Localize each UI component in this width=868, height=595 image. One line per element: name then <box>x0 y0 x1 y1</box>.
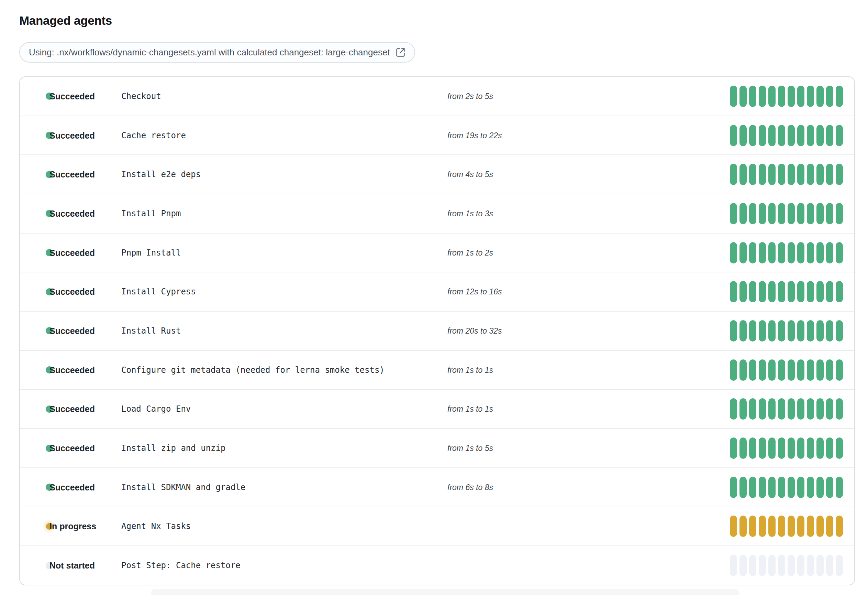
progress-segment <box>740 360 747 381</box>
progress-segment <box>730 203 737 224</box>
progress-segment <box>749 86 756 107</box>
progress-segment <box>768 203 776 224</box>
progress-bar <box>730 203 843 224</box>
progress-segment <box>778 320 785 342</box>
progress-segment <box>807 281 814 302</box>
progress-segment <box>816 398 824 420</box>
progress-bar <box>730 398 843 420</box>
agent-step-row[interactable]: Succeeded Cache restore from 19s to 22s <box>20 115 854 155</box>
duration-range: from 6s to 8s <box>447 483 493 492</box>
progress-segment <box>730 398 737 420</box>
progress-segment <box>730 125 737 146</box>
progress-segment <box>730 515 737 537</box>
agent-step-row[interactable]: Not started Post Step: Cache restore <box>20 545 854 585</box>
progress-segment <box>797 398 805 420</box>
progress-segment <box>816 281 824 302</box>
progress-segment <box>836 438 843 459</box>
duration-range: from 12s to 16s <box>447 287 502 296</box>
progress-segment <box>730 320 737 342</box>
agent-step-row[interactable]: Succeeded Install zip and unzip from 1s … <box>20 428 854 468</box>
next-section-peek <box>151 589 739 595</box>
agent-step-row[interactable]: Succeeded Install e2e deps from 4s to 5s <box>20 154 854 194</box>
duration-range: from 1s to 2s <box>447 248 493 257</box>
agent-step-row[interactable]: Succeeded Install Pnpm from 1s to 3s <box>20 194 854 233</box>
progress-segment <box>797 164 805 185</box>
workflow-banner[interactable]: Using: .nx/workflows/dynamic-changesets.… <box>19 42 415 62</box>
progress-segment <box>797 281 805 302</box>
progress-segment <box>740 242 747 263</box>
step-name: Load Cargo Env <box>121 404 191 414</box>
progress-segment <box>740 86 747 107</box>
progress-segment <box>836 398 843 420</box>
progress-segment <box>797 242 805 263</box>
progress-segment <box>836 555 843 576</box>
progress-segment <box>816 555 824 576</box>
progress-segment <box>740 555 747 576</box>
agent-step-row[interactable]: Succeeded Configure git metadata (needed… <box>20 350 854 389</box>
progress-segment <box>749 477 756 498</box>
progress-segment <box>768 125 776 146</box>
progress-segment <box>826 555 833 576</box>
progress-segment <box>768 555 776 576</box>
progress-segment <box>807 86 814 107</box>
progress-segment <box>826 242 833 263</box>
progress-segment <box>788 86 795 107</box>
progress-segment <box>759 203 766 224</box>
agent-step-row[interactable]: Succeeded Pnpm Install from 1s to 2s <box>20 233 854 272</box>
progress-segment <box>826 398 833 420</box>
progress-segment <box>768 360 776 381</box>
progress-segment <box>797 360 805 381</box>
progress-segment <box>749 242 756 263</box>
progress-segment <box>797 515 805 537</box>
duration-range: from 1s to 5s <box>447 444 493 453</box>
status-label: Succeeded <box>49 404 95 414</box>
progress-segment <box>768 320 776 342</box>
progress-segment <box>730 477 737 498</box>
progress-segment <box>836 515 843 537</box>
progress-segment <box>768 164 776 185</box>
progress-segment <box>807 242 814 263</box>
progress-bar <box>730 320 843 342</box>
progress-segment <box>778 164 785 185</box>
agent-step-row[interactable]: Succeeded Install Rust from 20s to 32s <box>20 311 854 350</box>
duration-range: from 1s to 1s <box>447 404 493 414</box>
status-label: In progress <box>49 521 96 531</box>
agent-step-row[interactable]: Succeeded Load Cargo Env from 1s to 1s <box>20 389 854 429</box>
progress-segment <box>816 320 824 342</box>
progress-segment <box>807 320 814 342</box>
progress-segment <box>759 515 766 537</box>
progress-segment <box>740 398 747 420</box>
step-name: Checkout <box>121 92 161 101</box>
progress-segment <box>768 477 776 498</box>
progress-segment <box>816 242 824 263</box>
progress-segment <box>816 515 824 537</box>
duration-range: from 1s to 3s <box>447 209 493 218</box>
progress-bar <box>730 360 843 381</box>
agent-step-row[interactable]: Succeeded Checkout from 2s to 5s <box>20 77 854 115</box>
progress-segment <box>730 360 737 381</box>
step-name: Pnpm Install <box>121 248 181 258</box>
progress-segment <box>788 360 795 381</box>
progress-segment <box>759 438 766 459</box>
progress-segment <box>826 125 833 146</box>
progress-segment <box>730 281 737 302</box>
agent-step-row[interactable]: In progress Agent Nx Tasks <box>20 507 854 546</box>
progress-segment <box>788 281 795 302</box>
progress-segment <box>836 320 843 342</box>
progress-bar <box>730 515 843 537</box>
agent-step-row[interactable]: Succeeded Install Cypress from 12s to 16… <box>20 272 854 311</box>
progress-segment <box>836 242 843 263</box>
progress-segment <box>740 320 747 342</box>
step-name: Install e2e deps <box>121 170 201 179</box>
progress-bar <box>730 555 843 576</box>
progress-segment <box>816 86 824 107</box>
progress-segment <box>730 438 737 459</box>
progress-segment <box>807 398 814 420</box>
duration-range: from 19s to 22s <box>447 131 502 140</box>
agent-step-row[interactable]: Succeeded Install SDKMAN and gradle from… <box>20 468 854 507</box>
progress-segment <box>788 555 795 576</box>
external-link-icon[interactable] <box>396 47 406 58</box>
progress-segment <box>807 164 814 185</box>
progress-segment <box>778 125 785 146</box>
status-label: Succeeded <box>49 209 95 218</box>
